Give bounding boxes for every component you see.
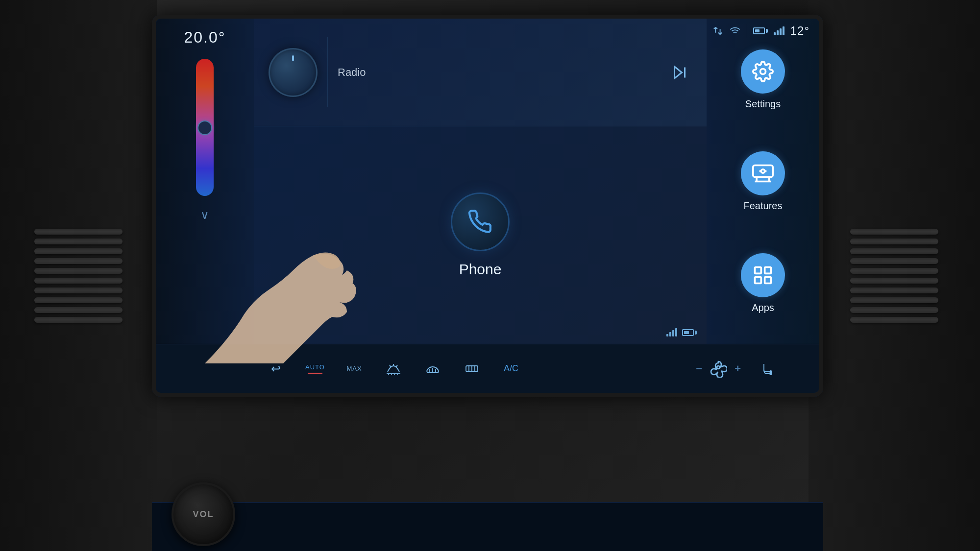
volume-knob[interactable] xyxy=(269,48,318,97)
temperature-value: 20.0° xyxy=(184,28,225,47)
phone-status xyxy=(666,328,697,336)
vent-slat xyxy=(34,268,122,274)
vent-slat xyxy=(34,239,122,244)
auto-climate-button[interactable]: AUTO xyxy=(303,363,327,374)
svg-marker-0 xyxy=(675,67,682,78)
rear-defrost-icon xyxy=(425,361,441,377)
temperature-thumb[interactable] xyxy=(197,120,212,135)
vent-slat xyxy=(850,287,938,293)
ac-label: A/C xyxy=(504,363,518,374)
vent-slat xyxy=(850,278,938,284)
signal-bars-icon xyxy=(774,26,784,35)
vent-slat xyxy=(34,297,122,303)
volume-physical-knob[interactable]: VOL xyxy=(172,482,235,546)
rear-defrost-button[interactable] xyxy=(420,361,445,377)
settings-label: Settings xyxy=(745,98,781,110)
physical-controls-bar xyxy=(152,502,823,551)
left-vent xyxy=(0,0,157,551)
phone-signal-icon xyxy=(666,328,677,336)
svg-rect-5 xyxy=(755,267,761,273)
vol-label: VOL xyxy=(193,509,214,520)
status-bar: 12° xyxy=(703,19,819,43)
vent-slat xyxy=(850,239,938,244)
vent-icon xyxy=(464,361,480,377)
seat-heater-button[interactable] xyxy=(756,361,780,377)
max-climate-button[interactable]: MAX xyxy=(342,365,367,372)
media-card[interactable]: Radio xyxy=(254,19,707,126)
vent-slat xyxy=(850,317,938,323)
phone-icon xyxy=(468,210,492,234)
settings-button[interactable]: Settings xyxy=(741,49,785,110)
vent-slat xyxy=(850,297,938,303)
seat-icon xyxy=(760,361,776,377)
vent-slat xyxy=(34,307,122,313)
apps-label: Apps xyxy=(752,302,774,313)
auto-label: AUTO xyxy=(305,363,325,371)
screen-display: 12° 20.0° ∨ Radio xyxy=(156,19,819,393)
phone-label: Phone xyxy=(459,261,502,278)
svg-rect-7 xyxy=(755,277,761,283)
back-button[interactable]: ↩ xyxy=(264,362,288,376)
fan-increase-button[interactable]: + xyxy=(735,362,741,375)
vent-slat xyxy=(850,229,938,235)
svg-rect-8 xyxy=(765,277,771,283)
vent-slat xyxy=(34,278,122,284)
wifi-icon xyxy=(729,25,741,36)
outside-temperature: 12° xyxy=(790,24,809,38)
phone-button[interactable] xyxy=(451,192,510,251)
svg-rect-6 xyxy=(765,267,771,273)
infotainment-screen: 12° 20.0° ∨ Radio xyxy=(152,15,823,397)
skip-button[interactable] xyxy=(667,60,692,85)
knob-marker xyxy=(292,55,294,61)
features-label: Features xyxy=(744,200,783,212)
svg-point-4 xyxy=(761,169,764,172)
features-circle xyxy=(741,151,785,195)
vent-slat xyxy=(34,229,122,235)
max-label: MAX xyxy=(346,365,362,372)
media-info: Radio xyxy=(338,66,658,79)
status-divider xyxy=(747,24,747,38)
fan-icon xyxy=(710,360,727,378)
svg-rect-3 xyxy=(753,165,773,177)
vent-slat xyxy=(34,287,122,293)
svg-line-10 xyxy=(390,365,391,367)
ac-button[interactable]: A/C xyxy=(499,363,523,374)
apps-button[interactable]: Apps xyxy=(741,253,785,313)
vent-slat xyxy=(850,248,938,254)
temperature-slider[interactable] xyxy=(193,59,217,196)
right-vent xyxy=(808,0,980,551)
fan-decrease-button[interactable]: − xyxy=(696,362,702,375)
hand-overlay xyxy=(205,192,411,363)
vent-slat xyxy=(34,248,122,254)
fan-speed-controls: − + xyxy=(696,360,741,378)
vol-knob-container: VOL xyxy=(167,478,240,551)
svg-point-2 xyxy=(760,69,766,74)
transfer-icon xyxy=(712,25,723,36)
back-icon: ↩ xyxy=(271,362,281,376)
svg-line-11 xyxy=(396,365,397,367)
apps-circle xyxy=(741,253,785,297)
vent-slat xyxy=(850,268,938,274)
vent-slat xyxy=(850,307,938,313)
settings-circle xyxy=(741,49,785,94)
media-label: Radio xyxy=(338,66,658,79)
card-divider xyxy=(327,37,328,107)
vent-slat xyxy=(34,317,122,323)
phone-battery-icon xyxy=(682,329,697,336)
vent-slat xyxy=(850,258,938,264)
features-button[interactable]: Features xyxy=(741,151,785,212)
right-sidebar: Settings Features xyxy=(707,19,819,344)
vent-direction-button[interactable] xyxy=(460,361,484,377)
battery-icon xyxy=(753,27,768,34)
vent-slat xyxy=(34,258,122,264)
